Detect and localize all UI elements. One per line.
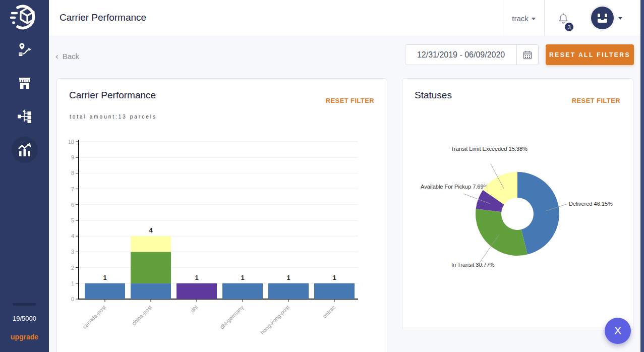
svg-text:1: 1 [241, 274, 244, 281]
svg-text:2: 2 [71, 265, 74, 271]
chevron-down-icon [532, 18, 536, 20]
svg-text:Delivered 46.15%: Delivered 46.15% [569, 201, 613, 207]
svg-text:Available For Pickup 7.69%: Available For Pickup 7.69% [421, 184, 489, 190]
page-scrollbar[interactable] [640, 0, 644, 352]
svg-text:4: 4 [149, 226, 153, 234]
page-title: Carrier Performance [60, 12, 146, 23]
svg-text:1: 1 [332, 274, 336, 281]
carrier-reset-filter-link[interactable]: RESET FILTER [326, 97, 374, 104]
svg-text:hong-kong-post: hong-kong-post [259, 304, 291, 336]
workflow-icon [17, 109, 32, 124]
pie-chart[interactable]: Delivered 46.15%In Transit 30.77%Availab… [402, 79, 634, 330]
calendar-icon [522, 50, 533, 60]
chevron-left-icon: ‹ [55, 52, 58, 60]
route-tracking-icon [17, 42, 32, 57]
app-logo-icon[interactable] [10, 3, 39, 31]
svg-text:In Transit 30.77%: In Transit 30.77% [451, 262, 495, 268]
chat-fab-button[interactable]: X [605, 318, 631, 344]
svg-text:Transit Limit Exceeded 15.38%: Transit Limit Exceeded 15.38% [451, 146, 528, 152]
svg-text:1: 1 [71, 280, 74, 286]
header: Carrier Performance track 3 [49, 0, 640, 36]
statuses-reset-filter-link[interactable]: RESET FILTER [572, 97, 620, 104]
back-button[interactable]: ‹ Back [55, 52, 79, 61]
chevron-down-icon [618, 17, 622, 20]
svg-text:0: 0 [71, 296, 74, 302]
statuses-card-title: Statuses [415, 90, 452, 101]
usage-count: 19/5000 [0, 315, 49, 322]
svg-text:5: 5 [71, 217, 74, 223]
svg-text:3: 3 [71, 249, 74, 255]
statuses-card: Delivered 46.15%In Transit 30.77%Availab… [402, 78, 633, 330]
analytics-icon [17, 142, 32, 157]
sidebar-item-workflow[interactable] [0, 109, 49, 124]
svg-text:8: 8 [71, 170, 74, 176]
total-amount-label: total amount:13 parcels [70, 114, 157, 120]
svg-text:1: 1 [103, 274, 106, 281]
svg-text:1: 1 [195, 274, 198, 281]
svg-text:7: 7 [71, 186, 74, 192]
carrier-card-title: Carrier Performance [69, 90, 156, 101]
calendar-button[interactable] [516, 45, 538, 65]
notifications-button[interactable]: 3 [557, 13, 574, 33]
reset-all-filters-button[interactable]: RESET ALL FILTERS [546, 44, 634, 65]
avatar-eye [598, 14, 600, 17]
track-dropdown-label: track [512, 14, 529, 23]
upgrade-link[interactable]: upgrade [0, 333, 49, 341]
sidebar-item-analytics[interactable] [0, 137, 49, 163]
user-menu[interactable] [591, 7, 622, 29]
svg-text:dhl-germany: dhl-germany [219, 304, 245, 330]
avatar-mouth [598, 19, 607, 23]
bar-chart[interactable]: 0123456789101canada-post4china-post1dhl1… [65, 137, 380, 352]
svg-text:4: 4 [71, 233, 74, 239]
svg-text:6: 6 [71, 202, 74, 208]
carrier-performance-card: Carrier Performance RESET FILTER total a… [56, 78, 387, 352]
sidebar-item-store[interactable] [0, 76, 49, 91]
svg-text:canada-post: canada-post [81, 304, 107, 330]
avatar-eye [605, 14, 607, 17]
svg-text:9: 9 [71, 154, 74, 160]
svg-text:1: 1 [286, 274, 290, 281]
usage-progress-bar [13, 303, 36, 306]
store-icon [17, 76, 32, 91]
svg-text:china-post: china-post [131, 304, 153, 326]
back-label: Back [63, 52, 79, 61]
date-range-value[interactable]: 12/31/2019 - 06/09/2020 [405, 45, 516, 65]
svg-text:ontrac: ontrac [321, 304, 336, 319]
svg-text:10: 10 [68, 139, 74, 145]
sidebar-item-tracking[interactable] [0, 42, 49, 57]
svg-text:dhl: dhl [190, 304, 199, 314]
track-dropdown[interactable]: track [503, 0, 545, 36]
active-item-highlight [12, 137, 38, 163]
sidebar: 19/5000 upgrade [0, 0, 49, 352]
notification-badge: 3 [564, 22, 574, 32]
avatar [591, 7, 614, 29]
date-range-picker: 12/31/2019 - 06/09/2020 [405, 44, 539, 65]
